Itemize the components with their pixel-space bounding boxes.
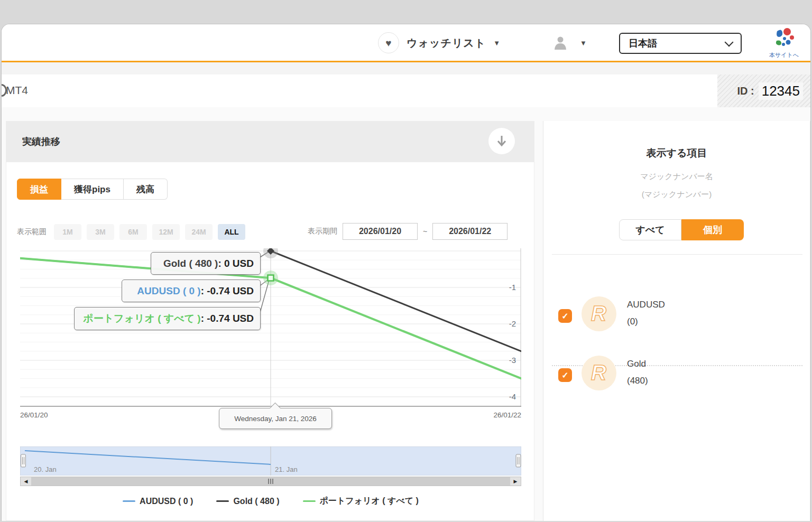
panel-title: 実績推移 (22, 135, 60, 148)
svg-text:-2: -2 (509, 319, 516, 328)
tooltip-value: : -0.74 USD (201, 285, 254, 297)
legend-dash-icon (216, 500, 229, 502)
x-axis-end-label: 26/01/22 (493, 411, 521, 419)
language-value: 日本語 (629, 37, 657, 50)
avatar: R (582, 296, 616, 331)
legend-item-audusd[interactable]: AUDUSD ( 0 ) (123, 497, 193, 506)
svg-text:R: R (591, 361, 606, 384)
range-selector: 表示範囲 1M 3M 6M 12M 24M ALL (17, 224, 245, 240)
list-item-gold: ✓ R Gold (480) (543, 353, 810, 406)
legend-dash-icon (123, 500, 135, 502)
svg-text:R: R (591, 302, 606, 325)
user-icon (552, 35, 568, 51)
tooltip-portfolio: ポートフォリオ ( すべて ): -0.74 USD (74, 307, 261, 330)
svg-text:-1: -1 (509, 283, 516, 292)
divider (552, 254, 802, 255)
item-magic-number: (0) (627, 316, 638, 327)
tooltip-series-name: AUDUSD ( 0 ) (137, 285, 200, 297)
sidebar-title: 表示する項目 (543, 146, 810, 160)
page-title: MT4 (6, 84, 28, 97)
metric-tabs: 損益 獲得pips 残高 (17, 179, 168, 200)
watchlist-label: ウォッチリスト (407, 36, 486, 50)
range-24m-button[interactable]: 24M (185, 224, 213, 240)
chevron-down-icon: ▼ (580, 39, 587, 47)
tooltip-audusd: AUDUSD ( 0 ): -0.74 USD (122, 279, 261, 302)
checkbox-audusd[interactable]: ✓ (558, 309, 572, 323)
scroll-left-arrow[interactable]: ◀ (21, 477, 31, 486)
site-link-label: 本サイトへ (767, 51, 801, 59)
broker-logo-icon: R (587, 361, 611, 385)
sidebar-subtitle-1: マジックナンバー名 (543, 172, 810, 182)
svg-text:20. Jan: 20. Jan (34, 465, 57, 473)
tooltip-series-name: ポートフォリオ ( すべて ) (83, 312, 201, 325)
avatar: R (582, 356, 616, 390)
period-selector: 表示期間 ~ (308, 223, 508, 240)
legend-dash-icon (303, 500, 316, 502)
tab-balance[interactable]: 残高 (124, 179, 168, 200)
chart-scrollbar[interactable]: ◀ ▶ (20, 477, 521, 486)
id-label: ID : (737, 85, 754, 97)
watchlist-dropdown[interactable]: ♥ ウォッチリスト ▼ (378, 32, 500, 53)
period-to-input[interactable] (432, 223, 508, 240)
chevron-down-icon (725, 38, 734, 46)
line-chart[interactable]: -1-2-3-4 Gold ( 480 ): 0 USD AUDUSD ( 0 … (20, 248, 521, 407)
app-window: ♥ ウォッチリスト ▼ ▼ 日本語 本サイトへ (1, 24, 811, 521)
scrollbar-grip[interactable] (268, 479, 273, 484)
top-header: ♥ ウォッチリスト ▼ ▼ 日本語 本サイトへ (2, 24, 810, 62)
svg-text:-4: -4 (509, 392, 516, 401)
heart-icon[interactable]: ♥ (378, 32, 399, 53)
item-name: AUDUSD (627, 300, 665, 310)
tab-profit-loss[interactable]: 損益 (17, 179, 61, 200)
tooltip-gold: Gold ( 480 ): 0 USD (151, 252, 261, 275)
chart-legend: AUDUSD ( 0 ) Gold ( 480 ) ポートフォリオ ( すべて … (6, 496, 535, 507)
range-12m-button[interactable]: 12M (152, 224, 180, 240)
scroll-right-arrow[interactable]: ▶ (510, 477, 521, 486)
download-arrow-icon (496, 135, 508, 147)
site-logo-icon (773, 27, 795, 49)
all-individual-toggle: すべて 個別 (619, 219, 744, 240)
tab-pips[interactable]: 獲得pips (61, 179, 124, 200)
list-item-audusd: ✓ R AUDUSD (0) (543, 294, 810, 347)
period-from-input[interactable] (343, 223, 418, 240)
item-name: Gold (627, 359, 646, 369)
id-value: 12345 (759, 82, 803, 100)
period-label: 表示期間 (308, 227, 337, 236)
display-items-sidebar: 表示する項目 マジックナンバー名 (マジックナンバー) すべて 個別 ✓ R A… (543, 121, 810, 521)
panel-header: 実績推移 (6, 122, 534, 162)
legend-item-gold[interactable]: Gold ( 480 ) (216, 497, 279, 506)
toggle-all-button[interactable]: すべて (619, 219, 681, 240)
tooltip-value: : -0.74 USD (201, 313, 254, 324)
range-6m-button[interactable]: 6M (119, 224, 147, 240)
x-axis-start-label: 26/01/20 (20, 411, 48, 419)
range-all-button[interactable]: ALL (218, 224, 245, 240)
breadcrumb-bar: MT4 ID : 12345 (2, 74, 810, 107)
checkbox-gold[interactable]: ✓ (558, 368, 572, 382)
broker-logo-icon: R (587, 302, 611, 326)
range-3m-button[interactable]: 3M (87, 224, 114, 240)
svg-text:-3: -3 (509, 356, 516, 365)
chevron-down-icon: ▼ (493, 39, 500, 47)
chart-navigator[interactable]: 20. Jan21. Jan (20, 446, 521, 476)
tooltip-value: : 0 USD (218, 258, 254, 269)
range-1m-button[interactable]: 1M (54, 224, 81, 240)
date-tooltip: Wednesday, Jan 21, 2026 (219, 408, 332, 429)
navigator-area: 20. Jan21. Jan (20, 446, 521, 476)
performance-panel: 実績推移 損益 獲得pips 残高 表示範囲 1M 3M 6M 12M 24M … (6, 121, 534, 521)
user-menu[interactable]: ▼ (552, 35, 587, 51)
tooltip-series-name: Gold ( 480 ) (163, 258, 218, 269)
legend-item-portfolio[interactable]: ポートフォリオ ( すべて ) (303, 496, 419, 507)
language-select[interactable]: 日本語 (619, 33, 742, 54)
period-separator: ~ (423, 227, 427, 236)
item-magic-number: (480) (627, 376, 648, 386)
account-id-box: ID : 12345 (717, 74, 810, 107)
svg-text:21. Jan: 21. Jan (275, 465, 298, 473)
download-button[interactable] (488, 128, 515, 154)
toggle-individual-button[interactable]: 個別 (681, 219, 744, 240)
sidebar-subtitle-2: (マジックナンバー) (543, 190, 810, 200)
range-label: 表示範囲 (17, 227, 47, 237)
site-link[interactable]: 本サイトへ (767, 27, 801, 59)
header-substrip (2, 62, 810, 74)
